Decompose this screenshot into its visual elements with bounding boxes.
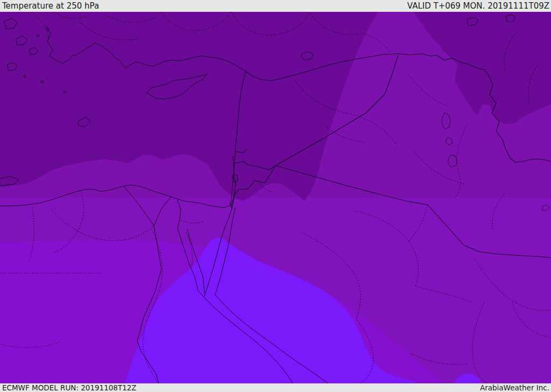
credit-label: ArabiaWeather Inc. (480, 383, 549, 392)
weather-map-window: Temperature at 250 hPa VALID T+069 MON. … (0, 0, 551, 392)
map-canvas (0, 12, 551, 383)
model-run-label: ECMWF MODEL RUN: 20191108T12Z (2, 383, 137, 392)
temperature-map (0, 12, 551, 383)
temperature-bands (0, 12, 551, 383)
footer-bar: ECMWF MODEL RUN: 20191108T12Z ArabiaWeat… (0, 383, 551, 392)
valid-time-label: VALID T+069 MON. 20191111T09Z (407, 0, 549, 12)
page-title: Temperature at 250 hPa (2, 0, 99, 12)
header-bar: Temperature at 250 hPa VALID T+069 MON. … (0, 0, 551, 12)
